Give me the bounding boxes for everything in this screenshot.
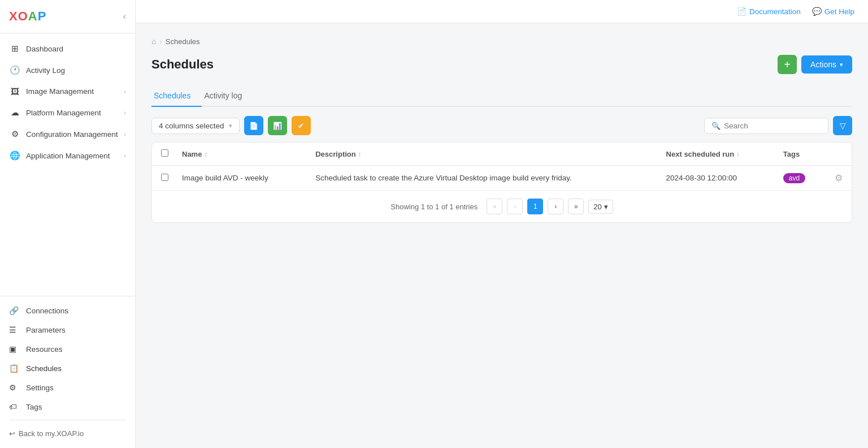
- sidebar-item-settings[interactable]: ⚙ Settings: [0, 378, 135, 397]
- column-header-actions: [826, 143, 852, 166]
- column-header-next-scheduled-run[interactable]: Next scheduled run ↕: [657, 143, 774, 166]
- back-to-myxoap-link[interactable]: ↩ Back to my.XOAP.io: [0, 424, 135, 443]
- pagination: Showing 1 to 1 of 1 entries « ‹ 1 › » 20…: [152, 190, 852, 222]
- sidebar-item-label: Settings: [26, 384, 54, 392]
- tag-badge[interactable]: avd: [783, 173, 805, 183]
- copy-button[interactable]: ✔: [292, 116, 311, 135]
- chevron-down-icon: ▾: [229, 122, 232, 130]
- filter-button[interactable]: ▽: [833, 116, 852, 135]
- file-excel-icon: 📊: [273, 122, 282, 130]
- pagination-page-1-button[interactable]: 1: [527, 199, 543, 214]
- column-header-description[interactable]: Description ↕: [306, 143, 657, 166]
- pagination-info: Showing 1 to 1 of 1 entries: [390, 203, 478, 211]
- sidebar-item-connections[interactable]: 🔗 Connections: [0, 301, 135, 320]
- filter-icon: ▽: [840, 121, 846, 130]
- sidebar-item-tags[interactable]: 🏷 Tags: [0, 397, 135, 416]
- sidebar-item-resources[interactable]: ▣ Resources: [0, 339, 135, 359]
- sidebar-item-activity-log[interactable]: 🕐 Activity Log: [0, 59, 135, 81]
- per-page-value: 20: [593, 203, 601, 211]
- row-settings-icon[interactable]: ⚙: [835, 173, 843, 183]
- schedules-table: Name ↕ Description ↕ Nex: [151, 142, 852, 223]
- pagination-next-button[interactable]: ›: [548, 199, 563, 214]
- topbar: 📄 Documentation 💬 Get Help: [136, 0, 868, 23]
- schedules-icon: 📋: [9, 364, 20, 373]
- back-label: Back to my.XOAP.io: [19, 429, 84, 438]
- parameters-icon: ☰: [9, 325, 20, 334]
- collapse-sidebar-button[interactable]: ‹: [123, 11, 126, 21]
- select-all-checkbox-cell: [152, 143, 173, 166]
- sidebar-item-label: Configuration Management: [26, 130, 118, 139]
- tab-activity-log[interactable]: Activity log: [202, 85, 253, 107]
- actions-dropdown-button[interactable]: Actions ▾: [801, 55, 852, 74]
- column-tags-label: Tags: [783, 150, 800, 158]
- header-actions: + Actions ▾: [778, 55, 852, 74]
- logo: XOAP: [9, 9, 46, 24]
- configuration-management-icon: ⚙: [9, 129, 20, 139]
- sort-icon: ↕: [358, 150, 362, 157]
- home-icon[interactable]: ⌂: [151, 37, 156, 46]
- platform-management-icon: ☁: [9, 107, 20, 118]
- chevron-right-icon: ›: [124, 88, 126, 95]
- search-icon: 🔍: [711, 122, 721, 130]
- select-all-checkbox[interactable]: [161, 149, 168, 157]
- sort-icon: ↕: [736, 150, 740, 157]
- column-header-name[interactable]: Name ↕: [173, 143, 306, 166]
- file-csv-icon: 📄: [249, 122, 258, 130]
- sidebar-header: XOAP ‹: [0, 0, 135, 33]
- sidebar-item-image-management[interactable]: 🖼 Image Management ›: [0, 81, 135, 102]
- tab-activity-log-label: Activity log: [204, 91, 242, 100]
- sidebar-item-label: Parameters: [26, 326, 66, 334]
- table-body: Image build AVD - weekly Scheduled task …: [152, 166, 852, 191]
- tags-icon: 🏷: [9, 402, 20, 411]
- columns-select-dropdown[interactable]: 4 columns selected ▾: [151, 118, 240, 134]
- sidebar-item-dashboard[interactable]: ⊞ Dashboard: [0, 38, 135, 59]
- application-management-icon: 🌐: [9, 150, 20, 161]
- documentation-icon: 📄: [737, 7, 747, 16]
- search-input[interactable]: [724, 122, 821, 130]
- sort-icon: ↕: [204, 150, 207, 157]
- pagination-first-button[interactable]: «: [487, 199, 502, 214]
- cell-row-actions: ⚙: [826, 166, 852, 191]
- image-management-icon: 🖼: [9, 87, 20, 96]
- tab-schedules[interactable]: Schedules: [151, 85, 202, 107]
- copy-icon: ✔: [298, 122, 304, 130]
- sidebar-item-application-management[interactable]: 🌐 Application Management ›: [0, 145, 135, 166]
- row-checkbox-cell: [152, 166, 173, 191]
- row-checkbox[interactable]: [161, 174, 168, 181]
- chevron-right-icon: ›: [124, 109, 126, 116]
- cell-next-scheduled-run: 2024-08-30 12:00:00: [657, 166, 774, 191]
- back-icon: ↩: [9, 429, 15, 438]
- sidebar-item-label: Connections: [26, 307, 68, 315]
- chevron-down-icon: ▾: [604, 203, 608, 211]
- cell-tags: avd: [774, 166, 826, 191]
- sidebar-divider: [9, 420, 126, 420]
- get-help-link[interactable]: 💬 Get Help: [812, 7, 854, 16]
- documentation-link[interactable]: 📄 Documentation: [737, 7, 801, 16]
- sort-description: Description ↕: [315, 150, 361, 158]
- add-schedule-button[interactable]: +: [778, 55, 797, 74]
- chevron-right-icon: ›: [124, 152, 126, 159]
- chevron-down-icon: ▾: [840, 61, 843, 68]
- pagination-prev-button[interactable]: ‹: [507, 199, 523, 214]
- sidebar-item-platform-management[interactable]: ☁ Platform Management ›: [0, 102, 135, 123]
- page-title: Schedules: [151, 57, 214, 72]
- sidebar-item-configuration-management[interactable]: ⚙ Configuration Management ›: [0, 123, 135, 145]
- export-excel-button[interactable]: 📊: [268, 116, 287, 135]
- activity-log-icon: 🕐: [9, 65, 20, 75]
- page-tabs: Schedules Activity log: [151, 85, 852, 107]
- chevron-right-icon: ›: [124, 131, 126, 137]
- cell-name: Image build AVD - weekly: [173, 166, 306, 191]
- search-box: 🔍: [704, 118, 828, 134]
- sidebar-item-parameters[interactable]: ☰ Parameters: [0, 320, 135, 339]
- resources-icon: ▣: [9, 344, 20, 354]
- sidebar-item-label: Image Management: [26, 87, 94, 96]
- get-help-icon: 💬: [812, 7, 822, 16]
- column-name-label: Name: [182, 150, 202, 158]
- per-page-select[interactable]: 20 ▾: [588, 200, 613, 214]
- sidebar-item-schedules[interactable]: 📋 Schedules: [0, 359, 135, 378]
- pagination-last-button[interactable]: »: [568, 199, 584, 214]
- sidebar-item-label: Tags: [26, 403, 42, 411]
- tab-schedules-label: Schedules: [154, 91, 190, 100]
- export-csv-button[interactable]: 📄: [244, 116, 263, 135]
- main-content: 📄 Documentation 💬 Get Help ⌂ › Schedules…: [136, 0, 868, 448]
